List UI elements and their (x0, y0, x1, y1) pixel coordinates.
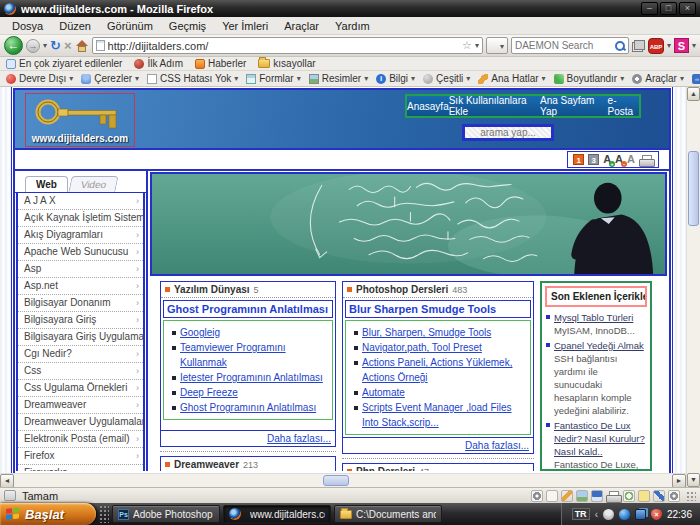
article-link[interactable]: Navigator,path, Tool Preset (352, 340, 528, 355)
article-link[interactable]: Blur, Sharpen, Smudge Tools (352, 325, 528, 340)
article-title[interactable]: Blur Sharpen Smudge Tools (345, 300, 531, 318)
latest-item-link[interactable]: Fantastico De Lux Nedir? Nasıl Kurulur? … (554, 420, 645, 457)
scroll-right-button[interactable]: ► (672, 474, 686, 488)
status-extension-icon[interactable] (4, 490, 16, 501)
bookmark-star-icon[interactable]: ☆ (462, 39, 472, 52)
tab-video[interactable]: Video (68, 176, 119, 192)
language-indicator[interactable]: TR (572, 508, 590, 520)
horizontal-scroll-thumb[interactable] (323, 475, 349, 486)
tray-chevron-icon[interactable]: ‹ (595, 509, 598, 520)
adblock-icon[interactable]: ABP (648, 38, 664, 54)
search-icon[interactable] (615, 41, 625, 51)
nav-anasayfa[interactable]: Anasayfa (407, 101, 449, 112)
maximize-button[interactable]: □ (660, 2, 677, 15)
adblock-dropdown-icon[interactable]: ▾ (667, 41, 671, 50)
nav-ana-sayfam-yap[interactable]: Ana Sayfam Yap (540, 95, 608, 117)
refresh-status-icon[interactable] (623, 490, 635, 502)
sidebar-item-fireworks[interactable]: Fireworks› (18, 465, 143, 471)
latest-item[interactable]: Mysql Tablo Türleri MyISAM, InnoDB... (545, 311, 647, 337)
latest-item[interactable]: Fantastico De Lux Nedir? Nasıl Kurulur? … (545, 419, 647, 471)
latest-item-link[interactable]: Mysql Tablo Türleri (554, 312, 633, 323)
taskbar-item-explorer[interactable]: C:\Documents and Se... (334, 505, 442, 523)
url-bar[interactable]: ☆ ▾ (92, 37, 483, 54)
horizontal-scroll-track[interactable] (14, 474, 672, 487)
sidebar-item-asp[interactable]: Asp› (18, 261, 143, 278)
horizontal-scrollbar[interactable]: ◄ ► (0, 473, 686, 487)
sidebar-item-eposta[interactable]: Elektronik Posta (email)› (18, 431, 143, 448)
back-button[interactable]: ← (4, 36, 23, 55)
site-search-input[interactable] (462, 124, 554, 141)
home-icon[interactable] (75, 40, 89, 52)
scroll-left-button[interactable]: ◄ (0, 474, 14, 488)
new-page-icon[interactable] (546, 490, 558, 502)
nav-sik-kullanilanlar[interactable]: Sık Kullanılanlara Ekle (449, 95, 540, 117)
box-name[interactable]: Dreamweaver (174, 459, 239, 470)
dev-cesitli[interactable]: Çeşitli▾ (423, 73, 470, 84)
box-name[interactable]: Yazılım Dünyası (174, 284, 250, 295)
network-icon[interactable] (635, 509, 646, 520)
sidebar-item-firefox[interactable]: Firefox› (18, 448, 143, 465)
tab-web[interactable]: Web (25, 176, 68, 192)
sidebar-item-css-ornek[interactable]: Css Ugulama Örnekleri› (18, 380, 143, 397)
stop-button[interactable]: × (64, 39, 72, 53)
latest-item-link[interactable]: Cpanel Yedeği Almak (554, 340, 644, 351)
taskbar-item-firefox[interactable]: www.dijitalders.com -... (223, 505, 331, 523)
article-link[interactable]: Deep Freeze (170, 385, 330, 400)
s-dropdown-icon[interactable]: ▾ (692, 41, 696, 50)
close-button[interactable]: × (679, 2, 696, 15)
article-link[interactable]: Automate (352, 385, 528, 400)
url-input[interactable] (108, 40, 460, 52)
vertical-scroll-track[interactable] (687, 101, 700, 473)
session-windows-icon[interactable] (632, 40, 645, 52)
menu-gecmis[interactable]: Geçmiş (161, 18, 214, 34)
search-bar[interactable] (511, 37, 629, 54)
more-link[interactable]: Daha fazlası... (161, 430, 335, 446)
tool-one-icon[interactable]: 1 (573, 154, 584, 165)
nav-eposta[interactable]: e-Posta (608, 95, 639, 117)
bookmark-ilk-adim[interactable]: İlk Adım (134, 58, 183, 69)
article-link[interactable]: Googleig (170, 325, 330, 340)
font-increase-icon[interactable]: A+ (603, 154, 611, 165)
sidebar-item-dreamweaver-uyg[interactable]: Dreamweaver Uygulamaları› (18, 414, 143, 431)
article-title[interactable]: Ghost Programının Anlatılması (163, 300, 333, 318)
dev-kaynagi-goster[interactable]: ‹›Kaynağı Göster▾ (692, 73, 700, 84)
article-link[interactable]: Ietester Programının Anlatılması (170, 370, 330, 385)
menu-dosya[interactable]: Dosya (4, 18, 51, 34)
print-icon[interactable] (639, 155, 653, 165)
sidebar-item-akis[interactable]: Akış Diyagramları› (18, 227, 143, 244)
menu-gorunum[interactable]: Görünüm (99, 18, 161, 34)
sidebar-item-css[interactable]: Css› (18, 363, 143, 380)
scroll-down-button[interactable]: ▼ (687, 473, 700, 487)
bookmark-haberler[interactable]: Haberler (195, 58, 246, 69)
menu-yardim[interactable]: Yardım (327, 18, 378, 34)
site-logo[interactable]: www.dijitalders.com (25, 93, 135, 147)
font-decrease-icon[interactable]: A- (615, 154, 623, 165)
gear-icon[interactable] (531, 490, 543, 502)
sidebar-item-cgi[interactable]: Cgı Nedir?› (18, 346, 143, 363)
font-normal-icon[interactable]: A (627, 154, 635, 165)
pin-icon[interactable] (653, 490, 665, 502)
sidebar-item-giris[interactable]: Bilgisayara Giriş› (18, 312, 143, 329)
dev-ana-hatlar[interactable]: Ana Hatlar▾ (478, 73, 545, 84)
dev-cerezler[interactable]: Çerezler▾ (81, 73, 139, 84)
minimize-button[interactable]: – (641, 2, 658, 15)
menu-araclar[interactable]: Araçlar (276, 18, 327, 34)
latest-item[interactable]: Cpanel Yedeği Almak SSH bağlantısı yardı… (545, 339, 647, 417)
menu-duzen[interactable]: Düzen (51, 18, 99, 34)
security-shield-icon[interactable]: × (651, 509, 662, 520)
article-link[interactable]: Actions Paneli, Actions Yüklemek, Action… (352, 355, 528, 385)
dev-devre-disi[interactable]: Devre Dışı▾ (6, 73, 73, 84)
menu-yerimleri[interactable]: Yer İmleri (214, 18, 276, 34)
pencil-icon[interactable] (561, 490, 573, 502)
more-link[interactable]: Daha fazlası... (343, 437, 533, 453)
sidebar-item-dreamweaver[interactable]: Dreamweaver› (18, 397, 143, 414)
bookmark-most-visited[interactable]: En çok ziyaret edilenler (6, 58, 122, 69)
scroll-up-button[interactable]: ▲ (687, 87, 700, 101)
taskbar-item-photoshop[interactable]: Ps Adobe Photoshop CS... (112, 505, 220, 523)
article-link[interactable]: Teamviewer Programını Kullanmak (170, 340, 330, 370)
resize-grip[interactable] (686, 491, 696, 501)
sidebar-item-aspnet[interactable]: Asp.net› (18, 278, 143, 295)
box-name[interactable]: Photoshop Dersleri (356, 284, 448, 295)
history-dropdown-icon[interactable]: ▾ (43, 41, 47, 50)
bookmark-kisayollar[interactable]: kısayollar (258, 58, 315, 69)
